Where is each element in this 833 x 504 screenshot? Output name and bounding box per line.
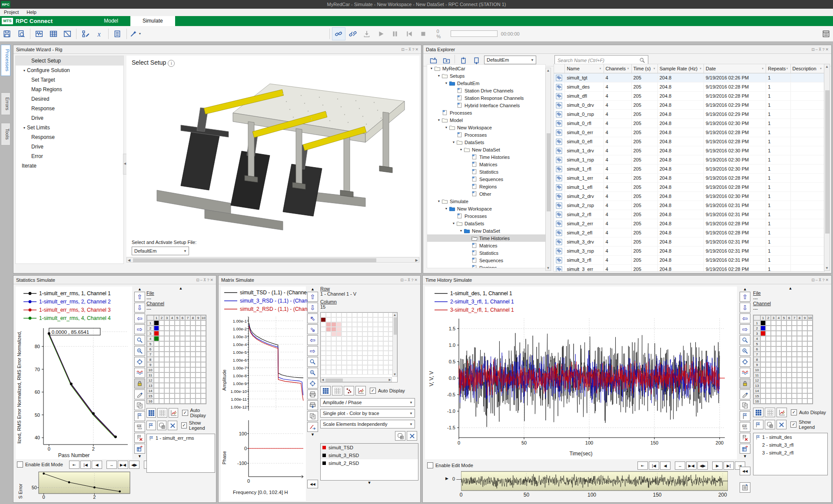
grid-cell[interactable]	[787, 341, 792, 346]
matrix-cell[interactable]	[368, 341, 373, 346]
grid-cell[interactable]	[766, 399, 771, 404]
matrix-cell[interactable]	[342, 336, 347, 341]
legend-entry[interactable]: 1-simult_err_rms, 3, Channel 3	[23, 306, 132, 314]
matrix-cell[interactable]	[373, 346, 378, 351]
grid-cell[interactable]	[159, 372, 164, 378]
statistics-titlebar[interactable]: Statistics Simulate ⊡–⊼?✕	[13, 276, 216, 284]
grid-col-header[interactable]: 6	[180, 315, 185, 320]
grid-cell[interactable]	[797, 372, 802, 378]
right-button[interactable]: ⇨	[134, 324, 145, 334]
grid-cell[interactable]	[175, 383, 180, 388]
grid-cell[interactable]	[787, 388, 792, 393]
table-row[interactable]: simult_1_drv4205204.89/19/2016 02:30 PM1	[554, 146, 824, 155]
down-button[interactable]: ⇩	[307, 303, 318, 313]
grid-cell[interactable]	[792, 393, 797, 399]
plot-edit-button[interactable]	[169, 408, 178, 418]
matrix-cell[interactable]	[378, 351, 383, 356]
grid-cell[interactable]	[771, 362, 776, 367]
grid-cell[interactable]	[201, 352, 206, 357]
grid-cell[interactable]	[190, 383, 196, 388]
grid-cell[interactable]	[781, 399, 787, 404]
legend-entry[interactable]: simult_TSD - (1,1) - (Channe	[224, 288, 306, 296]
grid-cell[interactable]	[180, 336, 185, 341]
grid-cell[interactable]	[802, 336, 807, 341]
grid-col-header[interactable]: 7	[185, 315, 190, 320]
grid-cell[interactable]	[175, 378, 180, 383]
matrix-cell[interactable]	[357, 360, 362, 365]
scatter-button[interactable]	[344, 386, 354, 395]
show-legend-checkbox[interactable]: ✓	[181, 422, 187, 428]
tree-node-datasets[interactable]: ▼DataSets	[427, 220, 545, 227]
x-delete-button[interactable]	[407, 431, 417, 441]
matrix-cell[interactable]	[352, 351, 357, 356]
grid-col-header[interactable]: 6	[787, 315, 792, 320]
grid-cell[interactable]	[164, 383, 169, 388]
matrix-cell[interactable]	[357, 313, 362, 317]
matrix-cell[interactable]	[321, 351, 326, 356]
grid-cell[interactable]	[159, 331, 164, 336]
matrix-cell[interactable]	[347, 317, 352, 322]
legend-entry[interactable]: 1-simult_des, 1, Channel 1	[435, 289, 737, 297]
up-button[interactable]: ⇧	[134, 292, 145, 302]
x-delete-button[interactable]	[168, 421, 177, 430]
grid-cell[interactable]	[776, 346, 781, 352]
help-icon[interactable]: ?	[822, 278, 824, 282]
matrix-cell[interactable]	[383, 332, 388, 336]
grid-cell[interactable]	[776, 383, 781, 388]
corner-nw-button[interactable]: ⇖	[307, 313, 318, 323]
grid-cell[interactable]	[196, 357, 201, 362]
display-option-dropdown[interactable]: Amplitude / Phase▼	[320, 398, 415, 407]
grid-cell[interactable]	[781, 352, 787, 357]
grid-row-header[interactable]: 7	[753, 352, 760, 357]
grid-row-header[interactable]: 1	[147, 320, 154, 326]
grid-col-header[interactable]: 5	[781, 315, 787, 320]
grid-cell[interactable]	[771, 346, 776, 352]
grid-cell[interactable]	[771, 383, 776, 388]
flag-x-button[interactable]	[740, 433, 750, 443]
grid-cell[interactable]	[196, 372, 201, 378]
grid-cell[interactable]	[196, 362, 201, 367]
grid-cell[interactable]	[792, 388, 797, 393]
grid-cell[interactable]	[771, 331, 776, 336]
grid-cell[interactable]	[802, 357, 807, 362]
help-icon[interactable]: ?	[822, 47, 824, 52]
grid-cell[interactable]	[766, 341, 771, 346]
matrix-cell[interactable]	[362, 322, 368, 327]
grid-cell[interactable]	[797, 378, 802, 383]
grid-cell[interactable]	[792, 352, 797, 357]
table-row[interactable]: simult_0_err4205204.89/19/2016 02:28 PM1	[554, 128, 824, 137]
matrix-cell[interactable]	[321, 332, 326, 336]
scroll-thumb[interactable]	[547, 133, 551, 211]
wizard-step-configure-solution[interactable]: ▼Configure Solution	[16, 66, 123, 75]
grid-cell[interactable]	[781, 383, 787, 388]
matrix-cell[interactable]	[352, 322, 357, 327]
grid-cell[interactable]	[771, 320, 776, 326]
grid-cell[interactable]	[196, 399, 201, 404]
grid-row-header[interactable]: 14	[147, 388, 154, 393]
matrix-cell[interactable]	[357, 341, 362, 346]
grid-cell[interactable]	[164, 331, 169, 336]
enable-edit-checkbox[interactable]	[17, 461, 23, 468]
grid-cell[interactable]	[196, 320, 201, 326]
matrix-cell[interactable]	[321, 360, 326, 365]
grid-cell[interactable]	[190, 393, 196, 399]
grid-cell[interactable]	[175, 320, 180, 326]
grid-cell[interactable]	[802, 388, 807, 393]
grid-cell[interactable]	[201, 372, 206, 378]
trace-list-item[interactable]: D1 - simult_err_rms	[147, 434, 215, 442]
float-icon[interactable]: ⊡	[811, 47, 815, 52]
zoom-prev-button[interactable]	[134, 346, 145, 356]
grid-cell[interactable]	[201, 399, 206, 404]
grid-cell[interactable]	[164, 346, 169, 352]
zoom-button[interactable]	[740, 335, 750, 345]
step-first-button[interactable]: |◀	[80, 461, 91, 469]
matrix-cell[interactable]	[352, 341, 357, 346]
matrix-cell[interactable]	[378, 346, 383, 351]
grid-row-header[interactable]: 3	[753, 331, 760, 336]
curve-export-button[interactable]	[307, 422, 318, 432]
table-row[interactable]: simult_2_drv4205204.89/19/2016 02:30 PM1	[554, 192, 824, 201]
tree-expander-icon[interactable]: ▼	[444, 82, 449, 85]
matrix-cell[interactable]	[336, 356, 342, 360]
display-option-dropdown[interactable]: Single plot - Color by trace▼	[320, 409, 415, 418]
matrix-cell[interactable]	[321, 336, 326, 341]
